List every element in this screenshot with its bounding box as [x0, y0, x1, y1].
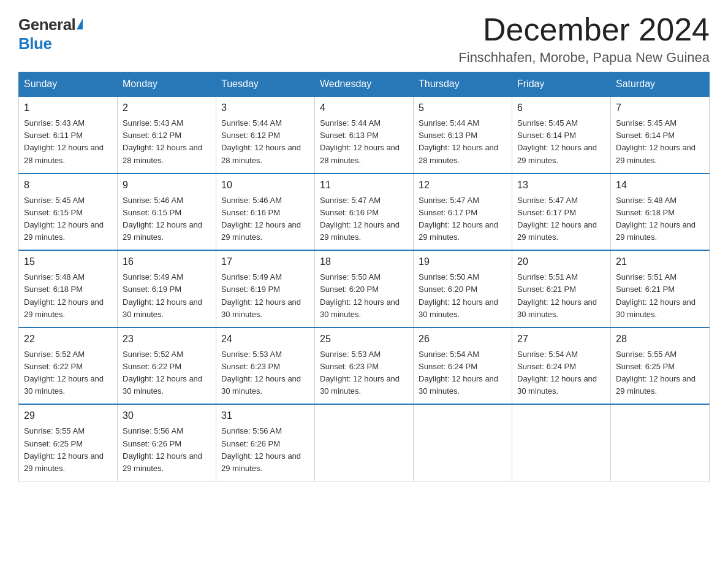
calendar-day-cell: 18 Sunrise: 5:50 AMSunset: 6:20 PMDaylig…: [315, 250, 414, 327]
day-info: Sunrise: 5:44 AMSunset: 6:13 PMDaylight:…: [320, 118, 400, 164]
day-number: 10: [221, 178, 309, 193]
weekday-header-friday: Friday: [512, 72, 611, 97]
day-info: Sunrise: 5:45 AMSunset: 6:15 PMDaylight:…: [24, 196, 104, 242]
calendar-day-cell: 25 Sunrise: 5:53 AMSunset: 6:23 PMDaylig…: [315, 327, 414, 405]
day-info: Sunrise: 5:56 AMSunset: 6:26 PMDaylight:…: [123, 426, 202, 472]
calendar-day-cell: 24 Sunrise: 5:53 AMSunset: 6:23 PMDaylig…: [216, 327, 315, 405]
logo-general-text: General: [18, 15, 75, 34]
day-number: 19: [419, 255, 507, 269]
calendar-table: SundayMondayTuesdayWednesdayThursdayFrid…: [18, 72, 710, 481]
day-number: 18: [320, 255, 408, 269]
calendar-week-row: 29 Sunrise: 5:55 AMSunset: 6:25 PMDaylig…: [19, 404, 710, 481]
day-info: Sunrise: 5:45 AMSunset: 6:14 PMDaylight:…: [616, 118, 696, 164]
day-number: 14: [616, 178, 704, 193]
day-number: 15: [24, 255, 112, 269]
title-section: December 2024 Finschhafen, Morobe, Papua…: [458, 12, 710, 66]
day-number: 9: [123, 178, 211, 193]
page-header: General Blue December 2024 Finschhafen, …: [18, 12, 710, 66]
calendar-day-cell: 4 Sunrise: 5:44 AMSunset: 6:13 PMDayligh…: [315, 96, 414, 174]
day-number: 30: [123, 408, 211, 423]
day-number: 5: [419, 101, 507, 115]
calendar-day-cell: 28 Sunrise: 5:55 AMSunset: 6:25 PMDaylig…: [611, 327, 710, 405]
day-number: 20: [517, 255, 605, 269]
logo-triangle-icon: [77, 18, 83, 29]
calendar-week-row: 22 Sunrise: 5:52 AMSunset: 6:22 PMDaylig…: [19, 327, 710, 405]
calendar-day-cell: 6 Sunrise: 5:45 AMSunset: 6:14 PMDayligh…: [512, 96, 611, 174]
calendar-day-cell: 10 Sunrise: 5:46 AMSunset: 6:16 PMDaylig…: [216, 174, 315, 251]
calendar-day-cell: 13 Sunrise: 5:47 AMSunset: 6:17 PMDaylig…: [512, 174, 611, 251]
calendar-day-cell: 29 Sunrise: 5:55 AMSunset: 6:25 PMDaylig…: [19, 404, 118, 481]
day-info: Sunrise: 5:47 AMSunset: 6:17 PMDaylight:…: [419, 196, 498, 242]
calendar-week-row: 8 Sunrise: 5:45 AMSunset: 6:15 PMDayligh…: [19, 174, 710, 251]
weekday-header-row: SundayMondayTuesdayWednesdayThursdayFrid…: [19, 72, 710, 97]
day-number: 27: [517, 332, 605, 347]
day-number: 25: [320, 332, 408, 347]
day-number: 8: [24, 178, 112, 193]
calendar-day-cell: 17 Sunrise: 5:49 AMSunset: 6:19 PMDaylig…: [216, 250, 315, 327]
calendar-day-cell: [512, 404, 611, 481]
calendar-day-cell: 31 Sunrise: 5:56 AMSunset: 6:26 PMDaylig…: [216, 404, 315, 481]
calendar-day-cell: 16 Sunrise: 5:49 AMSunset: 6:19 PMDaylig…: [118, 250, 216, 327]
day-info: Sunrise: 5:55 AMSunset: 6:25 PMDaylight:…: [616, 350, 696, 396]
day-info: Sunrise: 5:47 AMSunset: 6:17 PMDaylight:…: [517, 196, 597, 242]
day-number: 28: [616, 332, 704, 347]
weekday-header-saturday: Saturday: [611, 72, 710, 97]
calendar-week-row: 15 Sunrise: 5:48 AMSunset: 6:18 PMDaylig…: [19, 250, 710, 327]
day-info: Sunrise: 5:44 AMSunset: 6:12 PMDaylight:…: [221, 118, 301, 164]
day-info: Sunrise: 5:53 AMSunset: 6:23 PMDaylight:…: [221, 350, 301, 396]
calendar-day-cell: [414, 404, 512, 481]
day-number: 29: [24, 408, 112, 423]
day-number: 2: [123, 101, 211, 115]
day-info: Sunrise: 5:46 AMSunset: 6:16 PMDaylight:…: [221, 196, 301, 242]
day-number: 21: [616, 255, 704, 269]
calendar-day-cell: 5 Sunrise: 5:44 AMSunset: 6:13 PMDayligh…: [414, 96, 512, 174]
day-info: Sunrise: 5:43 AMSunset: 6:12 PMDaylight:…: [123, 118, 202, 164]
day-number: 22: [24, 332, 112, 347]
day-info: Sunrise: 5:53 AMSunset: 6:23 PMDaylight:…: [320, 350, 400, 396]
day-info: Sunrise: 5:47 AMSunset: 6:16 PMDaylight:…: [320, 196, 400, 242]
day-info: Sunrise: 5:51 AMSunset: 6:21 PMDaylight:…: [517, 272, 597, 318]
calendar-day-cell: 11 Sunrise: 5:47 AMSunset: 6:16 PMDaylig…: [315, 174, 414, 251]
day-number: 4: [320, 101, 408, 115]
day-number: 1: [24, 101, 112, 115]
day-info: Sunrise: 5:54 AMSunset: 6:24 PMDaylight:…: [517, 350, 597, 396]
calendar-day-cell: 14 Sunrise: 5:48 AMSunset: 6:18 PMDaylig…: [611, 174, 710, 251]
calendar-day-cell: 26 Sunrise: 5:54 AMSunset: 6:24 PMDaylig…: [414, 327, 512, 405]
weekday-header-monday: Monday: [118, 72, 216, 97]
day-info: Sunrise: 5:56 AMSunset: 6:26 PMDaylight:…: [221, 426, 301, 472]
day-info: Sunrise: 5:52 AMSunset: 6:22 PMDaylight:…: [24, 350, 104, 396]
day-number: 17: [221, 255, 309, 269]
calendar-day-cell: [611, 404, 710, 481]
calendar-day-cell: 1 Sunrise: 5:43 AMSunset: 6:11 PMDayligh…: [19, 96, 118, 174]
day-number: 12: [419, 178, 507, 193]
calendar-day-cell: 7 Sunrise: 5:45 AMSunset: 6:14 PMDayligh…: [611, 96, 710, 174]
calendar-day-cell: [315, 404, 414, 481]
logo: General Blue: [18, 12, 83, 53]
calendar-day-cell: 20 Sunrise: 5:51 AMSunset: 6:21 PMDaylig…: [512, 250, 611, 327]
day-info: Sunrise: 5:48 AMSunset: 6:18 PMDaylight:…: [24, 272, 104, 318]
day-number: 31: [221, 408, 309, 423]
calendar-day-cell: 21 Sunrise: 5:51 AMSunset: 6:21 PMDaylig…: [611, 250, 710, 327]
calendar-week-row: 1 Sunrise: 5:43 AMSunset: 6:11 PMDayligh…: [19, 96, 710, 174]
calendar-day-cell: 2 Sunrise: 5:43 AMSunset: 6:12 PMDayligh…: [118, 96, 216, 174]
day-info: Sunrise: 5:50 AMSunset: 6:20 PMDaylight:…: [419, 272, 498, 318]
day-info: Sunrise: 5:45 AMSunset: 6:14 PMDaylight:…: [517, 118, 597, 164]
day-info: Sunrise: 5:43 AMSunset: 6:11 PMDaylight:…: [24, 118, 104, 164]
day-info: Sunrise: 5:51 AMSunset: 6:21 PMDaylight:…: [616, 272, 696, 318]
calendar-day-cell: 23 Sunrise: 5:52 AMSunset: 6:22 PMDaylig…: [118, 327, 216, 405]
day-number: 7: [616, 101, 704, 115]
day-number: 6: [517, 101, 605, 115]
weekday-header-thursday: Thursday: [414, 72, 512, 97]
day-info: Sunrise: 5:54 AMSunset: 6:24 PMDaylight:…: [419, 350, 498, 396]
calendar-day-cell: 9 Sunrise: 5:46 AMSunset: 6:15 PMDayligh…: [118, 174, 216, 251]
weekday-header-tuesday: Tuesday: [216, 72, 315, 97]
day-info: Sunrise: 5:46 AMSunset: 6:15 PMDaylight:…: [123, 196, 202, 242]
calendar-day-cell: 22 Sunrise: 5:52 AMSunset: 6:22 PMDaylig…: [19, 327, 118, 405]
day-number: 13: [517, 178, 605, 193]
day-info: Sunrise: 5:49 AMSunset: 6:19 PMDaylight:…: [123, 272, 202, 318]
calendar-day-cell: 30 Sunrise: 5:56 AMSunset: 6:26 PMDaylig…: [118, 404, 216, 481]
calendar-day-cell: 12 Sunrise: 5:47 AMSunset: 6:17 PMDaylig…: [414, 174, 512, 251]
calendar-day-cell: 19 Sunrise: 5:50 AMSunset: 6:20 PMDaylig…: [414, 250, 512, 327]
day-number: 23: [123, 332, 211, 347]
day-number: 26: [419, 332, 507, 347]
